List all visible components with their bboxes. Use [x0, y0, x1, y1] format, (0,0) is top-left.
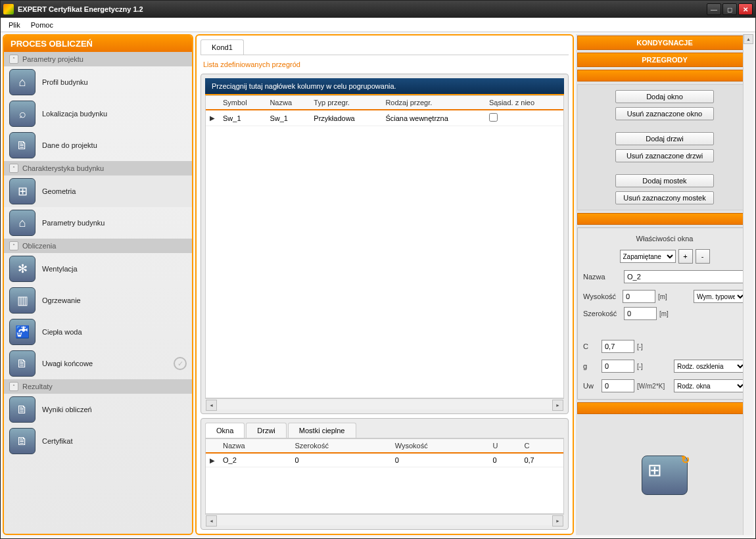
- table-row[interactable]: ▶ O_2 0 0 0 0,7: [206, 453, 563, 467]
- cell-sasiad[interactable]: [485, 110, 563, 126]
- cell-u[interactable]: 0: [489, 453, 521, 467]
- nav-dane-projektu[interactable]: 🗎Dane do projektu: [4, 129, 192, 161]
- sidebar-title: PROCES OBLICZEŃ: [4, 35, 192, 52]
- col-typ[interactable]: Typ przegr.: [310, 96, 381, 110]
- maximize-button[interactable]: ◻: [722, 3, 737, 15]
- nav-geometria[interactable]: ⊞Geometria: [4, 176, 192, 207]
- nav-wentylacja[interactable]: ✻Wentylacja: [4, 253, 192, 285]
- sidebar: PROCES OBLICZEŃ ˄ Parametry projektu ⌂Pr…: [3, 34, 193, 535]
- calculate-icon[interactable]: [642, 456, 688, 495]
- name-label: Nazwa: [583, 273, 621, 281]
- home-icon: ⌂: [9, 69, 35, 95]
- g-input[interactable]: [602, 360, 634, 373]
- menubar: Plik Pomoc: [1, 18, 755, 32]
- kondygnacje-button[interactable]: KONDYGNACJE: [577, 35, 752, 50]
- partitions-grid-wrap: Przeciągnij tutaj nagłówek kolumny w cel…: [201, 74, 569, 414]
- right-panel: KONDYGNACJE PRZEGRODY Dodaj okno Usuń za…: [576, 34, 753, 535]
- col-nazwa[interactable]: Nazwa: [266, 96, 310, 110]
- plus-button[interactable]: +: [678, 249, 693, 264]
- section-head-rezultaty[interactable]: ˄ Rezultaty: [4, 379, 192, 394]
- nav-certyfikat[interactable]: 🗎Certyfikat: [4, 425, 192, 457]
- scroll-up-icon[interactable]: ▲: [744, 34, 753, 44]
- przegrody-button[interactable]: PRZEGRODY: [577, 53, 752, 67]
- section-label: Obliczenia: [22, 242, 56, 250]
- search-icon: ⌕: [9, 101, 35, 127]
- col-wys[interactable]: Wysokość: [391, 439, 489, 453]
- fan-icon: ✻: [9, 256, 35, 282]
- separator-strip: [577, 402, 752, 414]
- nav-wyniki[interactable]: 🗎Wyniki obliczeń: [4, 394, 192, 425]
- nav-profil-budynku[interactable]: ⌂Profil budynku: [4, 66, 192, 98]
- menu-file[interactable]: Plik: [3, 20, 26, 30]
- delete-door-button[interactable]: Usuń zaznaczone drzwi: [615, 149, 714, 162]
- cell-symbol[interactable]: Sw_1: [219, 110, 266, 126]
- height-input[interactable]: [623, 290, 655, 303]
- memorized-select[interactable]: Zapamiętane: [620, 250, 676, 263]
- table-row[interactable]: ▶ Sw_1 Sw_1 Przykładowa Ściana wewnętrzn…: [206, 110, 563, 126]
- tab-kond1[interactable]: Kond1: [201, 39, 244, 55]
- cell-rodzaj[interactable]: Ściana wewnętrzna: [381, 110, 485, 126]
- titlebar: EXPERT Certyfikat Energetyczny 1.2 — ◻ ✕: [1, 1, 755, 18]
- group-bar[interactable]: Przeciągnij tutaj nagłówek kolumny w cel…: [205, 78, 564, 95]
- section-head-charakterystyka[interactable]: ˄ Charakterystyka budynku: [4, 161, 192, 176]
- horizontal-scrollbar[interactable]: [205, 398, 564, 410]
- uw-input[interactable]: [602, 379, 634, 392]
- glazing-select[interactable]: Rodz. oszklenia: [674, 360, 746, 373]
- sasiad-checkbox[interactable]: [489, 113, 498, 122]
- width-label: Szerokość: [583, 310, 621, 317]
- cell-nazwa[interactable]: O_2: [219, 453, 291, 467]
- c-input[interactable]: [602, 340, 634, 353]
- cell-nazwa[interactable]: Sw_1: [266, 110, 310, 126]
- floor-tabs: Kond1: [201, 39, 569, 55]
- vertical-scrollbar[interactable]: ▲: [743, 34, 753, 535]
- document-icon: 🗎: [9, 396, 35, 423]
- cell-szer[interactable]: 0: [291, 453, 391, 467]
- col-u[interactable]: U: [489, 439, 521, 453]
- section-head-parametry-projektu[interactable]: ˄ Parametry projektu: [4, 52, 192, 66]
- nav-ogrzewanie[interactable]: ▥Ogrzewanie: [4, 285, 192, 316]
- dim-typical-select[interactable]: Wym. typowe: [694, 290, 746, 303]
- cell-c[interactable]: 0,7: [520, 453, 563, 467]
- cell-typ[interactable]: Przykładowa: [310, 110, 381, 126]
- props-title: Właściwości okna: [583, 235, 746, 243]
- nav-uwagi-koncowe[interactable]: 🗎Uwagi końcowe✓: [4, 348, 192, 379]
- app-icon: [3, 4, 14, 14]
- separator-strip: [577, 70, 752, 82]
- application-window: EXPERT Certyfikat Energetyczny 1.2 — ◻ ✕…: [0, 0, 756, 539]
- width-input[interactable]: [624, 307, 657, 320]
- row-indicator-icon: ▶: [206, 110, 219, 126]
- col-symbol[interactable]: Symbol: [219, 96, 266, 110]
- col-rodzaj[interactable]: Rodzaj przegr.: [381, 96, 485, 110]
- cell-wys[interactable]: 0: [391, 453, 489, 467]
- minimize-button[interactable]: —: [707, 3, 721, 15]
- minus-button[interactable]: -: [696, 249, 710, 264]
- close-button[interactable]: ✕: [738, 3, 753, 15]
- nav-lokalizacja[interactable]: ⌕Lokalizacja budynku: [4, 98, 192, 129]
- name-input[interactable]: [624, 270, 746, 283]
- section-head-obliczenia[interactable]: ˄ Obliczenia: [4, 239, 192, 253]
- add-bridge-button[interactable]: Dodaj mostek: [615, 174, 714, 187]
- row-indicator-header: [206, 439, 219, 453]
- menu-help[interactable]: Pomoc: [26, 20, 59, 30]
- grid-icon: ⊞: [9, 178, 35, 204]
- col-sasiad[interactable]: Sąsiad. z nieo: [485, 96, 563, 110]
- windows-grid[interactable]: Nazwa Szerokość Wysokość U C ▶ O_2 0 0: [205, 438, 564, 514]
- horizontal-scrollbar[interactable]: [205, 514, 564, 525]
- tab-drzwi[interactable]: Drzwi: [246, 423, 287, 438]
- window-type-select[interactable]: Rodz. okna: [674, 379, 746, 392]
- document-icon: 🗎: [9, 428, 35, 454]
- tab-okna[interactable]: Okna: [205, 423, 245, 438]
- col-nazwa[interactable]: Nazwa: [219, 439, 291, 453]
- delete-window-button[interactable]: Usuń zaznaczone okno: [615, 107, 714, 120]
- chevron-icon: ˄: [9, 382, 18, 391]
- partitions-grid[interactable]: Symbol Nazwa Typ przegr. Rodzaj przegr. …: [205, 95, 564, 398]
- col-szer[interactable]: Szerokość: [291, 439, 391, 453]
- tab-mostki[interactable]: Mostki cieplne: [288, 423, 356, 438]
- nav-ciepla-woda[interactable]: 🚰Ciepła woda: [4, 316, 192, 348]
- add-window-button[interactable]: Dodaj okno: [615, 90, 714, 103]
- add-door-button[interactable]: Dodaj drzwi: [615, 132, 714, 145]
- uw-label: Uw: [583, 382, 599, 390]
- nav-parametry-budynku[interactable]: ⌂Parametry budynku: [4, 207, 192, 239]
- col-c[interactable]: C: [520, 439, 563, 453]
- delete-bridge-button[interactable]: Usuń zaznaczony mostek: [615, 191, 714, 204]
